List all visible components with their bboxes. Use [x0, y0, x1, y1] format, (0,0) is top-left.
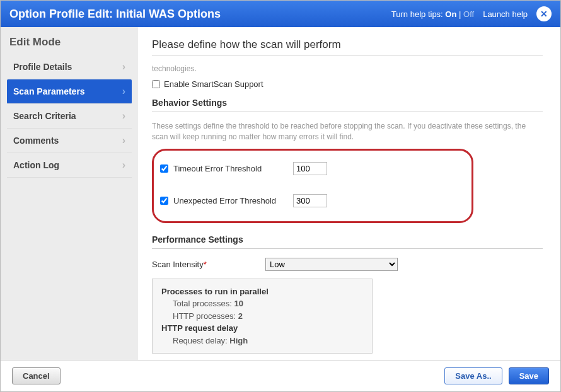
dialog-footer: Cancel Save As.. Save [1, 360, 560, 391]
sidebar-title: Edit Mode [7, 36, 132, 49]
cancel-button[interactable]: Cancel [12, 367, 61, 384]
timeout-threshold-row: Timeout Error Threshold [160, 162, 460, 175]
timeout-threshold-label: Timeout Error Threshold [173, 164, 293, 173]
close-icon: ✕ [540, 9, 548, 19]
sidebar-item-action-log[interactable]: Action Log › [7, 153, 132, 178]
main-panel: Please define how the scan will perform … [138, 27, 560, 360]
divider [152, 55, 543, 55]
top-fragment-text: technologies. [152, 64, 543, 73]
unexpected-threshold-input[interactable] [293, 194, 327, 207]
sidebar-item-label: Search Criteria [13, 111, 76, 121]
divider [152, 248, 543, 249]
chevron-right-icon: › [122, 110, 125, 122]
dialog-window: Option Profile Edit: Initial WAS Options… [0, 0, 561, 392]
unexpected-threshold-label: Unexpected Error Threshold [173, 196, 293, 205]
help-tips-off[interactable]: Off [463, 9, 474, 19]
request-delay-line: Request delay: High [173, 335, 363, 347]
smartscan-label: Enable SmartScan Support [164, 79, 263, 89]
dialog-title: Option Profile Edit: Initial WAS Options [9, 8, 221, 21]
title-bar-right: Turn help tips: On | Off Launch help ✕ [391, 6, 552, 21]
smartscan-checkbox[interactable] [152, 80, 160, 88]
sidebar-item-label: Action Log [13, 160, 59, 170]
sidebar-item-search-criteria[interactable]: Search Criteria › [7, 104, 132, 129]
help-tips-on[interactable]: On [445, 9, 456, 19]
footer-right: Save As.. Save [444, 367, 549, 384]
smartscan-row: Enable SmartScan Support [152, 79, 543, 89]
sidebar-item-label: Scan Parameters [13, 86, 85, 96]
request-delay-head: HTTP request delay [161, 322, 363, 335]
close-button[interactable]: ✕ [536, 6, 552, 21]
behavior-highlight-box: Timeout Error Threshold Unexpected Error… [152, 149, 473, 223]
sidebar-item-comments[interactable]: Comments › [7, 129, 132, 153]
sidebar-item-scan-parameters[interactable]: Scan Parameters › [7, 79, 132, 104]
timeout-threshold-input[interactable] [293, 162, 327, 175]
http-processes-line: HTTP processes: 2 [173, 310, 363, 323]
unexpected-threshold-checkbox[interactable] [160, 197, 168, 205]
sidebar: Edit Mode Profile Details › Scan Paramet… [1, 27, 138, 360]
behavior-settings-desc: These settings define the threshold to b… [152, 121, 543, 142]
unexpected-threshold-row: Unexpected Error Threshold [160, 194, 460, 207]
divider [152, 112, 543, 112]
total-processes-line: Total processes: 10 [173, 297, 363, 310]
sidebar-item-label: Profile Details [13, 62, 72, 72]
scan-intensity-label: Scan Intensity* [152, 260, 265, 269]
processes-head: Processes to run in parallel [161, 285, 363, 298]
title-bar: Option Profile Edit: Initial WAS Options… [1, 1, 560, 27]
sidebar-item-label: Comments [13, 135, 59, 146]
save-button[interactable]: Save [509, 367, 549, 384]
main-heading: Please define how the scan will perform [152, 38, 543, 51]
scan-intensity-row: Scan Intensity* Low [152, 258, 543, 271]
required-asterisk: * [204, 260, 207, 269]
help-tips-toggle: Turn help tips: On | Off [391, 9, 474, 19]
chevron-right-icon: › [122, 61, 125, 72]
chevron-right-icon: › [122, 159, 125, 171]
chevron-right-icon: › [122, 135, 125, 146]
chevron-right-icon: › [122, 86, 125, 97]
dialog-body: Edit Mode Profile Details › Scan Paramet… [1, 27, 560, 360]
launch-help-link[interactable]: Launch help [483, 9, 528, 19]
save-as-button[interactable]: Save As.. [444, 367, 502, 384]
performance-info-box: Processes to run in parallel Total proce… [152, 279, 373, 354]
sidebar-item-profile-details[interactable]: Profile Details › [7, 55, 132, 79]
scan-intensity-select[interactable]: Low [265, 258, 398, 271]
behavior-settings-head: Behavior Settings [152, 98, 543, 108]
timeout-threshold-checkbox[interactable] [160, 164, 168, 173]
performance-settings-head: Performance Settings [152, 234, 543, 245]
